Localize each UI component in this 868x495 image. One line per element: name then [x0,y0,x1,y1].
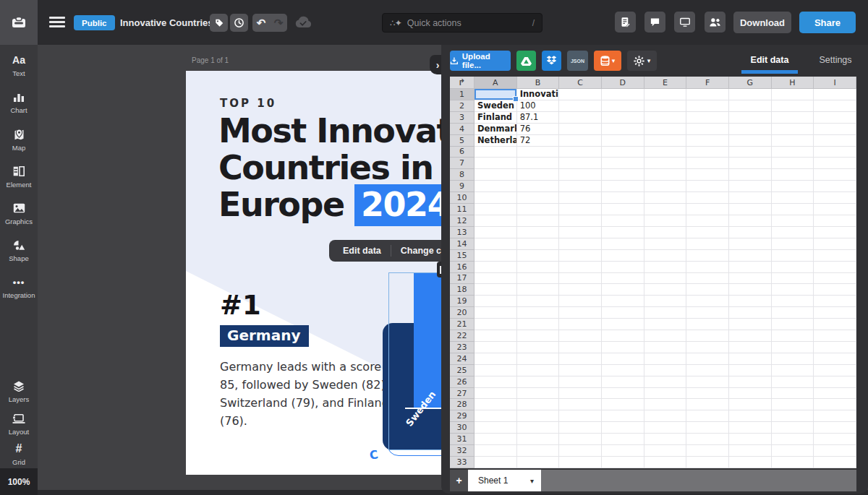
cell-C15[interactable] [559,250,602,262]
cell-D24[interactable] [602,353,644,365]
cell-B6[interactable] [517,147,560,158]
cell-D23[interactable] [602,342,644,353]
cell-G3[interactable] [729,112,772,124]
country-chip[interactable]: Germany [220,325,309,347]
cell-I1[interactable] [814,89,856,100]
cell-E6[interactable] [644,147,687,158]
row-header-6[interactable]: 6 [450,147,475,158]
cell-D25[interactable] [602,365,644,376]
row-header-11[interactable]: 11 [450,204,475,215]
cell-C4[interactable] [559,124,602,135]
cell-A32[interactable] [475,445,517,457]
cell-F2[interactable] [686,100,729,112]
cell-C21[interactable] [559,319,602,330]
cell-E4[interactable] [644,124,687,135]
document-title[interactable]: Innovative Countries [120,17,213,28]
row-header-16[interactable]: 16 [450,262,475,273]
cell-E27[interactable] [644,388,687,400]
cell-C32[interactable] [559,445,602,457]
cell-D33[interactable] [602,457,644,468]
cell-F29[interactable] [686,410,729,422]
cell-C10[interactable] [559,192,602,204]
cell-B19[interactable] [517,296,560,307]
row-header-31[interactable]: 31 [450,434,475,445]
cell-E14[interactable] [644,238,687,250]
cell-I5[interactable] [814,135,856,147]
cell-H20[interactable] [772,307,814,319]
cell-D12[interactable] [602,215,644,227]
cell-D26[interactable] [602,376,644,388]
row-header-29[interactable]: 29 [450,410,475,422]
cell-I21[interactable] [814,319,856,330]
cell-C12[interactable] [559,215,602,227]
cell-E10[interactable] [644,192,687,204]
row-header-28[interactable]: 28 [450,399,475,410]
cell-D28[interactable] [602,399,644,410]
row-header-5[interactable]: 5 [450,135,475,147]
menu-icon[interactable] [49,17,65,28]
cell-F17[interactable] [686,273,729,285]
row-header-1[interactable]: 1 [450,89,475,100]
cell-B20[interactable] [517,307,560,319]
cell-G15[interactable] [729,250,772,262]
cell-G33[interactable] [729,457,772,468]
cell-I17[interactable] [814,273,856,285]
cell-A28[interactable] [475,399,517,410]
cell-E20[interactable] [644,307,687,319]
cell-G14[interactable] [729,238,772,250]
row-header-10[interactable]: 10 [450,192,475,204]
cell-H18[interactable] [772,284,814,296]
cell-D13[interactable] [602,227,644,238]
cell-I2[interactable] [814,100,856,112]
cell-H12[interactable] [772,215,814,227]
cell-G11[interactable] [729,204,772,215]
cell-F27[interactable] [686,388,729,400]
column-header-I[interactable]: I [814,77,856,89]
row-header-18[interactable]: 18 [450,284,475,296]
cell-A7[interactable] [475,158,517,169]
share-button[interactable]: Share [799,12,856,33]
cell-I11[interactable] [814,204,856,215]
cell-F24[interactable] [686,353,729,365]
cell-A5[interactable]: Netherlands [475,135,517,147]
column-header-B[interactable]: B [517,77,560,89]
cell-G13[interactable] [729,227,772,238]
cell-G28[interactable] [729,399,772,410]
cell-F15[interactable] [686,250,729,262]
cell-E1[interactable] [644,89,687,100]
row-header-32[interactable]: 32 [450,445,475,457]
cell-B18[interactable] [517,284,560,296]
row-header-4[interactable]: 4 [450,124,475,135]
cell-E5[interactable] [644,135,687,147]
cell-E32[interactable] [644,445,687,457]
cell-F18[interactable] [686,284,729,296]
cell-E26[interactable] [644,376,687,388]
cell-B12[interactable] [517,215,560,227]
cell-D7[interactable] [602,158,644,169]
cell-E28[interactable] [644,399,687,410]
cell-C13[interactable] [559,227,602,238]
cell-A18[interactable] [475,284,517,296]
cell-G25[interactable] [729,365,772,376]
row-header-8[interactable]: 8 [450,169,475,181]
cell-B13[interactable] [517,227,560,238]
cell-B30[interactable] [517,422,560,434]
cell-C17[interactable] [559,273,602,285]
cell-H2[interactable] [772,100,814,112]
cell-D17[interactable] [602,273,644,285]
tag-button[interactable] [210,14,228,32]
cell-H13[interactable] [772,227,814,238]
cell-A10[interactable] [475,192,517,204]
cell-D29[interactable] [602,410,644,422]
cell-B28[interactable] [517,399,560,410]
cell-G1[interactable] [729,89,772,100]
cell-F21[interactable] [686,319,729,330]
select-all-corner[interactable]: ↱ [450,77,475,89]
design-kicker[interactable]: TOP 10 [220,97,276,110]
cell-F10[interactable] [686,192,729,204]
cell-C8[interactable] [559,169,602,181]
cell-A8[interactable] [475,169,517,181]
cell-D9[interactable] [602,181,644,192]
cell-G29[interactable] [729,410,772,422]
column-header-F[interactable]: F [686,77,729,89]
